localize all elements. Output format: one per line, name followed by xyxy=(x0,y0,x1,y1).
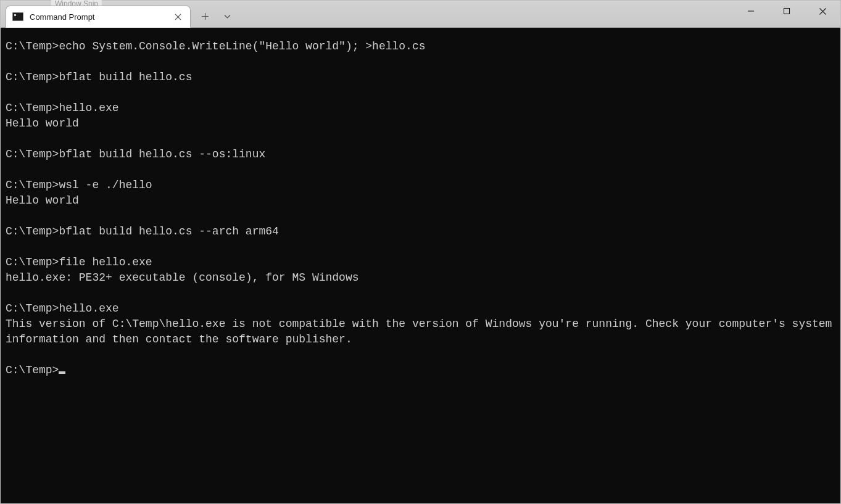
terminal-line: C:\Temp>wsl -e ./hello xyxy=(6,178,835,193)
terminal-line xyxy=(6,286,835,301)
terminal-line xyxy=(6,209,835,224)
terminal-line: Hello world xyxy=(6,116,835,131)
tab-command-prompt[interactable]: Command Prompt xyxy=(6,6,191,28)
terminal-line xyxy=(6,131,835,147)
tab-dropdown-button[interactable] xyxy=(217,7,238,25)
terminal-line: hello.exe: PE32+ executable (console), f… xyxy=(6,270,835,286)
terminal-line: This version of C:\Temp\hello.exe is not… xyxy=(6,316,835,347)
terminal-line xyxy=(6,239,835,255)
terminal-line xyxy=(6,85,835,101)
terminal-output[interactable]: C:\Temp>echo System.Console.WriteLine("H… xyxy=(1,28,840,503)
terminal-line: C:\Temp>hello.exe xyxy=(6,301,835,316)
minimize-button[interactable] xyxy=(733,1,769,22)
terminal-line: C:\Temp>echo System.Console.WriteLine("H… xyxy=(6,39,835,54)
new-tab-button[interactable] xyxy=(194,7,215,25)
terminal-line: C:\Temp>hello.exe xyxy=(6,101,835,116)
svg-rect-0 xyxy=(784,9,790,14)
terminal-line: C:\Temp>file hello.exe xyxy=(6,255,835,270)
close-icon xyxy=(819,7,827,15)
plus-icon xyxy=(201,12,209,20)
minimize-icon xyxy=(747,7,755,15)
titlebar[interactable]: Window Snip Command Prompt xyxy=(1,1,840,28)
terminal-line: C:\Temp>bflat build hello.cs --arch arm6… xyxy=(6,224,835,239)
cursor xyxy=(59,371,65,374)
terminal-line xyxy=(6,347,835,363)
terminal-line: Hello world xyxy=(6,193,835,209)
window-controls xyxy=(733,1,840,22)
maximize-button[interactable] xyxy=(769,1,805,22)
terminal-line: C:\Temp>bflat build hello.cs xyxy=(6,70,835,85)
maximize-icon xyxy=(783,7,790,15)
terminal-window: Window Snip Command Prompt xyxy=(0,0,841,504)
chevron-down-icon xyxy=(223,12,231,20)
close-window-button[interactable] xyxy=(805,1,840,22)
close-icon xyxy=(175,14,181,20)
terminal-line xyxy=(6,54,835,70)
terminal-prompt[interactable]: C:\Temp> xyxy=(6,363,835,378)
prompt-text: C:\Temp> xyxy=(6,364,59,376)
terminal-line xyxy=(6,162,835,178)
terminal-line: C:\Temp>bflat build hello.cs --os:linux xyxy=(6,147,835,162)
tab-close-button[interactable] xyxy=(172,10,184,23)
cmd-icon xyxy=(12,12,23,21)
tab-actions xyxy=(194,5,238,27)
tab-title: Command Prompt xyxy=(30,12,165,22)
